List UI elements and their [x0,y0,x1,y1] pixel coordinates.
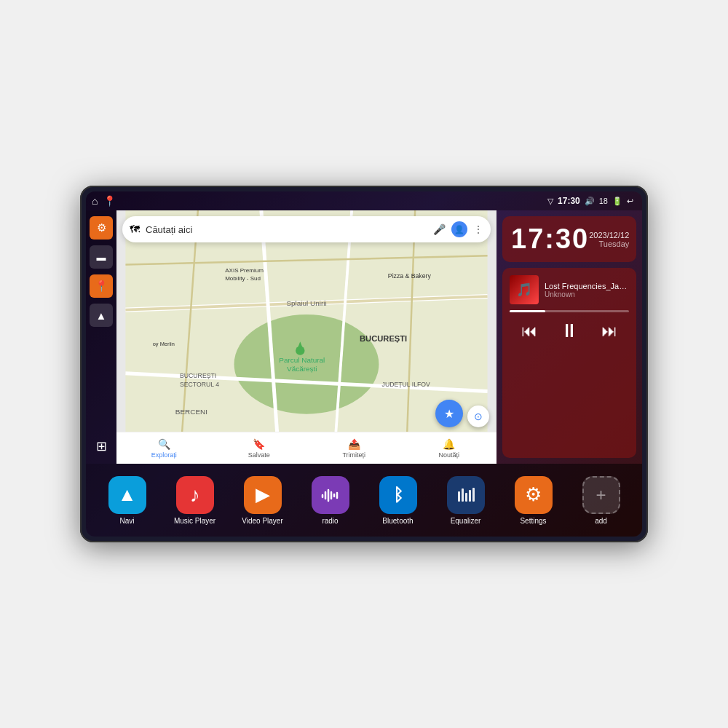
files-icon: ▬ [97,252,106,263]
eq-bars-icon [456,486,475,505]
star-icon: ★ [444,407,454,421]
map-nav-news[interactable]: 🔔 Noutăți [402,438,497,459]
settings-app-icon: ⚙ [515,476,553,514]
back-icon[interactable]: ↩ [627,197,633,206]
music-title: Lost Frequencies_Janie... [545,282,629,290]
left-sidebar: ⚙ ▬ 📍 ▲ ⊞ [86,210,116,464]
clock-time: 17:30 [511,223,589,255]
svg-text:AXIS Premium: AXIS Premium [225,267,264,274]
plus-icon: + [596,485,606,505]
app-item-radio[interactable]: radio [298,476,363,525]
clock-widget: 17:30 2023/12/12 Tuesday [502,216,636,262]
battery-level: 18 [599,197,608,205]
app-item-video-player[interactable]: ▶ Video Player [230,476,295,525]
svg-text:Văcărești: Văcărești [287,365,317,373]
svg-text:BERCENI: BERCENI [175,408,207,416]
map-bottom-nav: 🔍 Explorați 🔖 Salvate 📤 Trimiteți � [116,432,496,464]
music-progress-fill [510,310,545,312]
status-left: ⌂ 📍 [92,195,116,207]
news-label: Noutăți [438,451,459,459]
svg-rect-31 [462,488,464,502]
svg-text:BUCUREȘTI: BUCUREȘTI [360,334,407,343]
send-icon: 📤 [348,438,360,450]
user-avatar[interactable]: 👤 [451,221,467,237]
sidebar-item-settings[interactable]: ⚙ [90,216,113,240]
svg-rect-33 [469,490,471,502]
music-controls: ⏮ ⏸ ⏭ [510,320,629,342]
clock-date: 2023/12/12 [589,231,629,240]
app-item-navi[interactable]: ▲ Navi [95,476,159,525]
grid-icon: ⊞ [96,438,107,454]
home-icon[interactable]: ⌂ [92,195,98,207]
music-details: Lost Frequencies_Janie... Unknown [545,282,629,298]
device-screen: ⌂ 📍 ▽ 17:30 🔊 18 🔋 ↩ ⚙ ▬ [86,191,642,537]
map-fab-button[interactable]: ★ [435,400,463,427]
right-panel: 17:30 2023/12/12 Tuesday 🎵 Lost Frequenc… [496,210,642,464]
sidebar-item-maps[interactable]: 📍 [90,274,113,298]
video-player-icon: ▶ [244,476,282,514]
search-text: Căutați aici [146,224,427,235]
music-note-icon: ♪ [190,483,200,507]
app-item-bluetooth[interactable]: ᛒ Bluetooth [365,476,430,525]
music-progress-bar[interactable] [510,310,629,312]
mic-icon[interactable]: 🎤 [433,223,446,235]
sidebar-item-files[interactable]: ▬ [90,245,113,269]
map-search-bar[interactable]: 🗺 Căutați aici 🎤 👤 ⋮ [122,216,491,242]
bluetooth-symbol-icon: ᛒ [393,485,403,505]
center-area: Splaiul Unirii BUCUREȘTI JUDEȚUL ILFOV B… [116,210,496,464]
svg-text:BUCUREȘTI: BUCUREȘTI [180,372,216,379]
gear-app-icon: ⚙ [525,483,542,506]
prev-button[interactable]: ⏮ [521,322,537,341]
add-icon: + [582,476,620,514]
user-icon: 👤 [454,225,464,234]
volume-icon: 🔊 [585,197,595,206]
clock-date-info: 2023/12/12 Tuesday [589,231,629,248]
svg-text:Mobility - Sud: Mobility - Sud [225,275,261,282]
svg-rect-32 [465,493,467,502]
main-content: ⚙ ▬ 📍 ▲ ⊞ [86,210,642,464]
next-button[interactable]: ⏭ [601,322,617,341]
app-item-settings[interactable]: ⚙ Settings [501,476,566,525]
map-widget[interactable]: Splaiul Unirii BUCUREȘTI JUDEȚUL ILFOV B… [116,210,496,464]
bluetooth-label: Bluetooth [382,517,413,525]
music-player-icon: ♪ [176,476,214,514]
navi-label: Navi [119,517,134,525]
music-player-label: Music Player [174,517,215,525]
saved-label: Salvate [248,451,270,459]
svg-text:SECTORUL 4: SECTORUL 4 [180,381,219,388]
google-maps-icon: 🗺 [130,223,140,235]
locate-icon: ⊙ [474,411,483,422]
radio-icon [312,476,349,514]
map-nav-explore[interactable]: 🔍 Explorați [116,438,212,459]
svg-text:Pizza & Bakery: Pizza & Bakery [388,272,432,280]
music-info: 🎵 Lost Frequencies_Janie... Unknown [510,275,629,304]
svg-text:oy Merlin: oy Merlin [153,341,175,347]
play-icon: ▶ [256,483,270,506]
app-item-equalizer[interactable]: Equalizer [433,476,498,525]
map-nav-send[interactable]: 📤 Trimiteți [306,438,402,459]
map-svg: Splaiul Unirii BUCUREȘTI JUDEȚUL ILFOV B… [116,210,496,464]
map-icon[interactable]: 📍 [103,195,116,207]
bluetooth-icon: ᛒ [379,476,417,514]
dots-icon[interactable]: ⋮ [473,223,483,235]
svg-rect-30 [458,491,460,502]
app-grid-bar: ▲ Navi ♪ Music Player ▶ Video Player [86,464,642,537]
equalizer-label: Equalizer [451,517,481,525]
add-label: add [595,517,607,525]
music-widget: 🎵 Lost Frequencies_Janie... Unknown ⏮ ⏸ [502,268,636,458]
map-pin-icon: 📍 [95,280,108,293]
app-grid-button[interactable]: ⊞ [90,435,113,458]
album-art: 🎵 [510,275,539,304]
navi-arrow-icon: ▲ [118,483,137,506]
status-time: 17:30 [558,196,580,206]
send-label: Trimiteți [342,451,365,459]
app-item-music-player[interactable]: ♪ Music Player [162,476,227,525]
device: ⌂ 📍 ▽ 17:30 🔊 18 🔋 ↩ ⚙ ▬ [80,186,648,542]
map-locate-button[interactable]: ⊙ [467,405,489,427]
svg-rect-34 [472,488,475,502]
radio-label: radio [322,517,338,525]
map-nav-saved[interactable]: 🔖 Salvate [212,438,307,459]
sidebar-item-nav[interactable]: ▲ [90,304,113,327]
pause-button[interactable]: ⏸ [560,320,579,342]
app-item-add[interactable]: + add [569,476,633,525]
